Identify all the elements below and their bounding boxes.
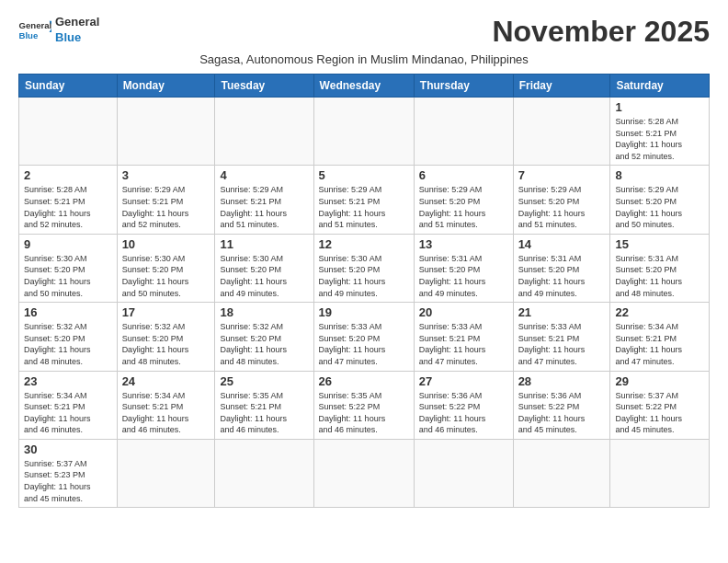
day-info: Sunrise: 5:30 AMSunset: 5:20 PMDaylight:… [319,253,409,299]
logo-blue: Blue [55,30,99,46]
calendar-cell [313,98,414,166]
day-number: 7 [518,168,606,182]
day-number: 18 [220,305,308,319]
day-info: Sunrise: 5:33 AMSunset: 5:20 PMDaylight:… [319,321,409,367]
day-info: Sunrise: 5:31 AMSunset: 5:20 PMDaylight:… [518,253,606,299]
day-number: 20 [419,305,508,319]
svg-text:Blue: Blue [19,30,39,40]
calendar-cell [513,439,610,507]
day-number: 28 [518,374,606,388]
day-number: 22 [615,305,704,319]
day-number: 27 [419,374,508,388]
calendar-cell [313,439,414,507]
day-info: Sunrise: 5:28 AMSunset: 5:21 PMDaylight:… [24,184,112,230]
day-info: Sunrise: 5:36 AMSunset: 5:22 PMDaylight:… [518,390,606,436]
calendar-cell: 15Sunrise: 5:31 AMSunset: 5:20 PMDayligh… [610,234,710,302]
calendar-week-row: 30Sunrise: 5:37 AMSunset: 5:23 PMDayligh… [19,439,710,507]
logo-general: General [55,15,99,30]
calendar-cell: 29Sunrise: 5:37 AMSunset: 5:22 PMDayligh… [610,371,710,439]
day-of-week-header: Thursday [414,75,513,98]
calendar-cell: 18Sunrise: 5:32 AMSunset: 5:20 PMDayligh… [215,303,313,371]
calendar-cell: 7Sunrise: 5:29 AMSunset: 5:20 PMDaylight… [513,166,610,234]
calendar-cell: 6Sunrise: 5:29 AMSunset: 5:20 PMDaylight… [414,166,513,234]
calendar-week-row: 2Sunrise: 5:28 AMSunset: 5:21 PMDaylight… [19,166,710,234]
day-number: 25 [220,374,308,388]
day-info: Sunrise: 5:33 AMSunset: 5:21 PMDaylight:… [518,321,606,367]
day-info: Sunrise: 5:31 AMSunset: 5:20 PMDaylight:… [419,253,508,299]
calendar-cell: 4Sunrise: 5:29 AMSunset: 5:21 PMDaylight… [215,166,313,234]
calendar-cell: 13Sunrise: 5:31 AMSunset: 5:20 PMDayligh… [414,234,513,302]
calendar: SundayMondayTuesdayWednesdayThursdayFrid… [18,74,710,508]
calendar-cell: 28Sunrise: 5:36 AMSunset: 5:22 PMDayligh… [513,371,610,439]
day-number: 10 [122,237,210,251]
day-info: Sunrise: 5:32 AMSunset: 5:20 PMDaylight:… [24,321,112,367]
day-info: Sunrise: 5:36 AMSunset: 5:22 PMDaylight:… [419,390,508,436]
calendar-week-row: 16Sunrise: 5:32 AMSunset: 5:20 PMDayligh… [19,303,710,371]
logo-icon: General Blue [18,17,51,43]
day-of-week-header: Friday [513,75,610,98]
day-of-week-header: Monday [117,75,215,98]
day-info: Sunrise: 5:35 AMSunset: 5:21 PMDaylight:… [220,390,308,436]
calendar-cell [414,439,513,507]
day-info: Sunrise: 5:32 AMSunset: 5:20 PMDaylight:… [122,321,210,367]
calendar-cell [414,98,513,166]
calendar-cell: 20Sunrise: 5:33 AMSunset: 5:21 PMDayligh… [414,303,513,371]
calendar-cell [215,439,313,507]
calendar-cell: 22Sunrise: 5:34 AMSunset: 5:21 PMDayligh… [610,303,710,371]
calendar-cell: 19Sunrise: 5:33 AMSunset: 5:20 PMDayligh… [313,303,414,371]
calendar-cell: 14Sunrise: 5:31 AMSunset: 5:20 PMDayligh… [513,234,610,302]
day-of-week-header: Sunday [19,75,118,98]
day-number: 26 [319,374,409,388]
calendar-cell: 23Sunrise: 5:34 AMSunset: 5:21 PMDayligh… [19,371,118,439]
day-number: 15 [615,237,704,251]
day-info: Sunrise: 5:31 AMSunset: 5:20 PMDaylight:… [615,253,704,299]
calendar-cell: 25Sunrise: 5:35 AMSunset: 5:21 PMDayligh… [215,371,313,439]
day-number: 9 [24,237,112,251]
day-number: 30 [24,442,112,456]
calendar-cell: 26Sunrise: 5:35 AMSunset: 5:22 PMDayligh… [313,371,414,439]
calendar-cell: 21Sunrise: 5:33 AMSunset: 5:21 PMDayligh… [513,303,610,371]
day-info: Sunrise: 5:34 AMSunset: 5:21 PMDaylight:… [122,390,210,436]
day-number: 1 [615,100,704,114]
day-of-week-header: Tuesday [215,75,313,98]
calendar-cell: 5Sunrise: 5:29 AMSunset: 5:21 PMDaylight… [313,166,414,234]
day-info: Sunrise: 5:33 AMSunset: 5:21 PMDaylight:… [419,321,508,367]
day-number: 2 [24,168,112,182]
day-number: 12 [319,237,409,251]
calendar-header-row: SundayMondayTuesdayWednesdayThursdayFrid… [19,75,710,98]
calendar-cell: 30Sunrise: 5:37 AMSunset: 5:23 PMDayligh… [19,439,118,507]
day-info: Sunrise: 5:37 AMSunset: 5:23 PMDaylight:… [24,458,112,504]
calendar-cell: 16Sunrise: 5:32 AMSunset: 5:20 PMDayligh… [19,303,118,371]
day-info: Sunrise: 5:37 AMSunset: 5:22 PMDaylight:… [615,390,704,436]
day-number: 23 [24,374,112,388]
calendar-cell: 17Sunrise: 5:32 AMSunset: 5:20 PMDayligh… [117,303,215,371]
day-number: 3 [122,168,210,182]
day-number: 29 [615,374,704,388]
calendar-week-row: 23Sunrise: 5:34 AMSunset: 5:21 PMDayligh… [19,371,710,439]
day-info: Sunrise: 5:34 AMSunset: 5:21 PMDaylight:… [615,321,704,367]
subtitle: Sagasa, Autonomous Region in Muslim Mind… [18,52,710,66]
day-info: Sunrise: 5:30 AMSunset: 5:20 PMDaylight:… [24,253,112,299]
day-number: 5 [319,168,409,182]
calendar-cell [215,98,313,166]
day-info: Sunrise: 5:30 AMSunset: 5:20 PMDaylight:… [220,253,308,299]
calendar-cell [117,439,215,507]
calendar-cell: 2Sunrise: 5:28 AMSunset: 5:21 PMDaylight… [19,166,118,234]
day-info: Sunrise: 5:29 AMSunset: 5:21 PMDaylight:… [122,184,210,230]
calendar-cell [513,98,610,166]
calendar-week-row: 1Sunrise: 5:28 AMSunset: 5:21 PMDaylight… [19,98,710,166]
day-info: Sunrise: 5:34 AMSunset: 5:21 PMDaylight:… [24,390,112,436]
day-info: Sunrise: 5:35 AMSunset: 5:22 PMDaylight:… [319,390,409,436]
calendar-cell: 8Sunrise: 5:29 AMSunset: 5:20 PMDaylight… [610,166,710,234]
calendar-cell: 1Sunrise: 5:28 AMSunset: 5:21 PMDaylight… [610,98,710,166]
day-info: Sunrise: 5:32 AMSunset: 5:20 PMDaylight:… [220,321,308,367]
header: General Blue General Blue November 2025 [18,15,710,49]
day-of-week-header: Wednesday [313,75,414,98]
day-number: 21 [518,305,606,319]
day-number: 8 [615,168,704,182]
day-number: 6 [419,168,508,182]
day-info: Sunrise: 5:29 AMSunset: 5:20 PMDaylight:… [419,184,508,230]
day-info: Sunrise: 5:29 AMSunset: 5:21 PMDaylight:… [220,184,308,230]
logo: General Blue General Blue [18,15,99,46]
day-number: 17 [122,305,210,319]
